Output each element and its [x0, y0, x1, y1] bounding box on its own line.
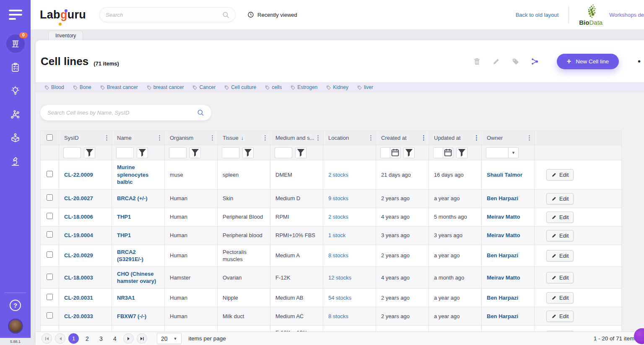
row-checkbox[interactable]: [47, 294, 53, 300]
cell-sysid-link[interactable]: CL-22.0009: [64, 172, 93, 178]
cell-owner-link[interactable]: Ben Harpazi: [487, 313, 518, 319]
recently-viewed-button[interactable]: Recently viewed: [247, 11, 297, 18]
cell-name-link[interactable]: BRCA2 (S3291E/-): [117, 249, 143, 263]
filter-input-name[interactable]: [116, 147, 134, 158]
sidebar-item-equipment[interactable]: [6, 152, 25, 170]
filter-button-organism[interactable]: [190, 147, 201, 158]
column-menu-icon[interactable]: [210, 133, 215, 142]
cell-name-link[interactable]: FBXW7 (-/-): [117, 313, 146, 319]
column-menu-icon[interactable]: [474, 133, 479, 142]
filter-input-tissue[interactable]: [222, 147, 239, 158]
page-button-3[interactable]: 3: [96, 335, 106, 342]
page-button-4[interactable]: 4: [109, 335, 120, 342]
cell-location-link[interactable]: 8 stocks: [328, 252, 348, 259]
tag-cancer[interactable]: Cancer: [192, 84, 216, 90]
column-menu-icon[interactable]: [104, 133, 109, 142]
select-input-owner[interactable]: [486, 148, 508, 158]
cell-name-link[interactable]: THP1: [117, 232, 131, 238]
column-header-owner[interactable]: Owner: [482, 131, 535, 145]
column-menu-icon[interactable]: [369, 133, 373, 142]
tag-breast-cancer[interactable]: breast cancer: [147, 84, 184, 90]
column-header-updated-at[interactable]: Updated at: [429, 131, 482, 145]
tag-cell-culture[interactable]: Cell culture: [224, 84, 256, 90]
edit-button[interactable]: Edit: [546, 212, 574, 223]
edit-button[interactable]: Edit: [546, 250, 574, 261]
tag-estrogen[interactable]: Estrogen: [291, 84, 317, 90]
back-to-old-layout-link[interactable]: Back to old layout: [516, 12, 559, 18]
filter-input-organism[interactable]: [169, 147, 187, 158]
row-checkbox[interactable]: [47, 171, 53, 177]
edit-button[interactable]: Edit: [546, 169, 574, 180]
delete-icon[interactable]: [473, 58, 481, 65]
tag-liver[interactable]: liver: [357, 84, 373, 90]
new-cell-line-button[interactable]: + New Cell line: [557, 54, 619, 69]
tag-blood[interactable]: Blood: [44, 84, 64, 90]
cell-name-link[interactable]: CHO (Chinese hamster ovary): [117, 271, 156, 285]
column-header-name[interactable]: Name: [112, 131, 165, 145]
cell-name-link[interactable]: THP1: [117, 214, 131, 220]
cell-owner-link[interactable]: Meirav Matto: [487, 232, 520, 238]
share-icon[interactable]: [531, 58, 539, 65]
row-checkbox[interactable]: [47, 312, 53, 319]
select-all-checkbox[interactable]: [47, 134, 53, 141]
cell-sysid-link[interactable]: CL-20.0027: [64, 195, 93, 201]
last-page-button[interactable]: [137, 333, 147, 344]
search-icon[interactable]: [222, 11, 229, 18]
tag-breast-cancer[interactable]: Breast cancer: [100, 84, 138, 90]
row-checkbox[interactable]: [47, 231, 53, 238]
cell-sysid-link[interactable]: CL-20.0031: [64, 295, 93, 301]
page-size-select[interactable]: 20 ▼: [157, 333, 182, 344]
filter-button-tissue[interactable]: [242, 147, 254, 158]
cell-sysid-link[interactable]: CL-20.0033: [64, 313, 93, 319]
row-checkbox[interactable]: [47, 251, 53, 258]
cell-name-link[interactable]: NR3A1: [117, 295, 135, 301]
cell-location-link[interactable]: 1 stock: [328, 232, 345, 238]
cell-owner-link[interactable]: Meirav Matto: [487, 214, 520, 220]
cell-location-link[interactable]: 2 stocks: [328, 214, 348, 220]
cell-sysid-link[interactable]: CL-20.0029: [64, 252, 93, 259]
calendar-button-updated-at[interactable]: [443, 148, 453, 158]
hamburger-menu-button[interactable]: [0, 0, 31, 29]
date-input-created-at[interactable]: [381, 148, 390, 158]
row-checkbox[interactable]: [47, 194, 53, 201]
sidebar-item-inventory[interactable]: 0: [6, 34, 25, 53]
labguru-logo[interactable]: Labguru: [40, 8, 86, 21]
table-search-icon[interactable]: [197, 109, 204, 116]
cell-sysid-link[interactable]: CL-18.0006: [64, 214, 93, 220]
column-header-sysid[interactable]: SysID: [59, 131, 112, 145]
column-header-medium-and-s[interactable]: Medium and s...: [270, 131, 323, 145]
select-filter-owner[interactable]: ▼: [486, 147, 519, 158]
cell-owner-link[interactable]: Shauli Talmor: [487, 172, 522, 178]
first-page-button[interactable]: [42, 333, 52, 344]
cell-sysid-link[interactable]: CL-19.0004: [64, 232, 93, 238]
help-button[interactable]: ?: [10, 300, 21, 311]
column-header-created-at[interactable]: Created at: [376, 131, 429, 145]
filter-button-name[interactable]: [137, 147, 148, 158]
edit-button[interactable]: Edit: [546, 311, 574, 322]
edit-button[interactable]: Edit: [546, 193, 574, 204]
cell-location-link[interactable]: 54 stocks: [328, 295, 351, 301]
filter-button-updated-at[interactable]: [456, 147, 467, 158]
tag-cells[interactable]: cells: [265, 84, 282, 90]
breadcrumb-tab-inventory[interactable]: Inventory: [48, 31, 83, 40]
edit-button[interactable]: Edit: [546, 292, 574, 303]
column-header-location[interactable]: Location: [323, 131, 376, 145]
global-search-input[interactable]: [106, 12, 222, 18]
next-page-button[interactable]: [123, 333, 134, 344]
cell-owner-link[interactable]: Ben Harpazi: [487, 295, 518, 301]
filter-input-sysid[interactable]: [63, 147, 81, 158]
calendar-button-created-at[interactable]: [390, 148, 400, 158]
previous-page-button[interactable]: [55, 333, 65, 344]
cell-name-link[interactable]: BRCA2 (+/-): [117, 195, 148, 201]
filter-input-medium-and-s[interactable]: [275, 147, 292, 158]
edit-button[interactable]: Edit: [546, 230, 574, 241]
dropdown-caret-icon[interactable]: ▼: [508, 148, 518, 158]
column-header-tissue[interactable]: Tissue↓: [218, 131, 270, 145]
cell-owner-link[interactable]: Ben Harpazi: [487, 195, 518, 201]
row-checkbox[interactable]: [47, 274, 53, 280]
column-menu-icon[interactable]: [157, 133, 162, 142]
cell-location-link[interactable]: 9 stocks: [328, 195, 348, 201]
table-search-input[interactable]: [47, 110, 197, 116]
column-menu-icon[interactable]: [421, 133, 426, 142]
column-menu-icon[interactable]: [263, 133, 267, 142]
